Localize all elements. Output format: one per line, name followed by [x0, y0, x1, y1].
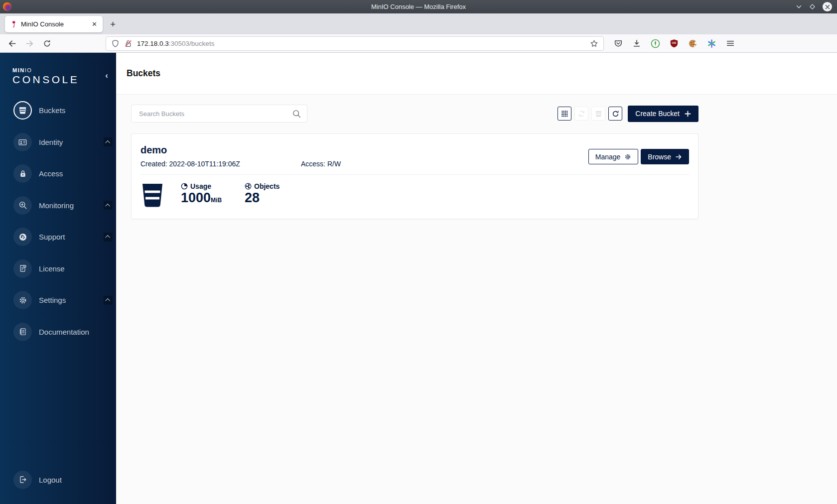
logout-icon — [13, 471, 32, 489]
browser-toolbar: 172.18.0.3:30503/buckets UO — [0, 34, 837, 53]
browse-label: Browse — [648, 153, 671, 161]
firefox-logo-icon — [3, 2, 11, 11]
logo-console: CONSOLE — [12, 74, 116, 86]
page-header: Buckets — [116, 53, 837, 95]
usage-value: 1000MiB — [181, 191, 231, 205]
sidebar-item-monitoring[interactable]: Monitoring — [0, 190, 116, 222]
sidebar-item-label: Support — [39, 233, 65, 241]
sidebar-item-label: Buckets — [39, 106, 65, 115]
forward-icon[interactable] — [24, 38, 34, 48]
sidebar-item-label: Settings — [39, 296, 66, 304]
sidebar-collapse-icon[interactable]: ‹ — [105, 71, 108, 81]
downloads-icon[interactable] — [632, 39, 641, 48]
url-bar[interactable]: 172.18.0.3:30503/buckets — [106, 36, 604, 51]
sidebar-item-documentation[interactable]: Documentation — [0, 316, 116, 348]
sidebar-item-access[interactable]: Access — [0, 158, 116, 190]
cookie-extension-icon[interactable] — [688, 39, 698, 48]
ublock-origin-icon[interactable]: UO — [670, 39, 679, 48]
sidebar: MINIO CONSOLE ‹ Buckets Identity — [0, 53, 116, 504]
plus-icon — [685, 111, 691, 117]
url-host: 172.18.0.3 — [137, 40, 169, 47]
sidebar-item-identity[interactable]: Identity — [0, 126, 116, 158]
svg-text:UO: UO — [672, 41, 677, 44]
window-close-button[interactable] — [823, 2, 832, 11]
window-title: MinIO Console — Mozilla Firefox — [371, 3, 466, 10]
gear-icon — [624, 153, 631, 160]
back-icon[interactable] — [7, 38, 17, 48]
sidebar-item-buckets[interactable]: Buckets — [0, 95, 116, 126]
sidebar-item-settings[interactable]: Settings — [0, 284, 116, 316]
bucket-access-label: Access: R/W — [301, 160, 341, 168]
bucket-icon-large — [140, 183, 164, 208]
sidebar-item-support[interactable]: Support — [0, 221, 116, 253]
grid-view-button[interactable] — [558, 107, 571, 121]
chevron-up-icon[interactable] — [104, 201, 113, 210]
sidebar-item-label: Logout — [39, 476, 62, 484]
sidebar-item-label: Identity — [39, 138, 63, 146]
logo-min: MIN — [12, 67, 25, 73]
new-tab-button[interactable]: + — [110, 19, 116, 29]
gear-icon — [13, 291, 32, 309]
window-maximize-button[interactable] — [809, 3, 816, 10]
sidebar-item-label: License — [39, 264, 65, 273]
monitoring-search-icon — [13, 196, 32, 215]
chevron-up-icon[interactable] — [104, 137, 113, 146]
tab-close-icon[interactable]: ✕ — [91, 20, 98, 28]
sidebar-item-label: Documentation — [39, 328, 89, 336]
bucket-created-label: Created: 2022-08-10T11:19:06Z — [140, 160, 301, 168]
arrow-right-icon — [675, 153, 682, 160]
usage-label: Usage — [190, 182, 211, 190]
insecure-lock-icon[interactable] — [124, 39, 133, 48]
objects-icon — [245, 183, 252, 190]
reload-icon[interactable] — [42, 38, 52, 48]
browser-tab-bar: MinIO Console ✕ + — [0, 13, 837, 34]
sidebar-item-label: Access — [39, 169, 63, 178]
bucket-name-link[interactable]: demo — [140, 144, 167, 156]
pocket-icon[interactable] — [614, 39, 623, 48]
chevron-up-icon[interactable] — [104, 296, 113, 305]
usage-pie-icon — [181, 183, 188, 190]
replicate-buckets-button-disabled — [574, 107, 588, 121]
search-icon — [292, 109, 301, 119]
main-content: Buckets — [116, 53, 837, 504]
manage-button[interactable]: Manage — [588, 149, 639, 164]
id-card-icon — [13, 133, 32, 151]
create-bucket-label: Create Bucket — [635, 110, 680, 118]
minio-favicon-flamingo-icon — [9, 20, 17, 28]
window-minimize-button[interactable] — [796, 3, 802, 10]
extension-green-icon[interactable] — [651, 39, 660, 48]
delete-buckets-button-disabled — [591, 107, 605, 121]
search-input[interactable] — [132, 105, 307, 122]
sidebar-item-license[interactable]: License — [0, 253, 116, 285]
browse-button[interactable]: Browse — [641, 149, 689, 164]
refresh-button[interactable] — [608, 107, 622, 121]
sidebar-item-label: Monitoring — [39, 201, 74, 210]
documentation-icon — [13, 323, 32, 341]
tab-title: MinIO Console — [21, 20, 91, 28]
bucket-card-demo[interactable]: demo Created: 2022-08-10T11:19:06Z Acces… — [131, 133, 698, 219]
license-icon — [13, 259, 32, 278]
support-icon — [13, 228, 32, 246]
lock-icon — [13, 164, 32, 183]
chevron-up-icon[interactable] — [104, 233, 113, 242]
asterisk-extension-icon[interactable] — [707, 39, 716, 48]
objects-label: Objects — [254, 182, 279, 190]
browser-tab-minio-console[interactable]: MinIO Console ✕ — [5, 16, 103, 32]
shield-icon[interactable] — [111, 39, 120, 48]
objects-value: 28 — [245, 191, 279, 205]
manage-label: Manage — [595, 153, 621, 161]
bookmark-star-icon[interactable] — [590, 39, 598, 48]
logo-io: IO — [25, 67, 32, 73]
search-box — [131, 105, 307, 123]
usage-unit: MiB — [211, 197, 222, 204]
minio-console-logo: MINIO CONSOLE ‹ — [0, 53, 116, 86]
bucket-icon — [13, 101, 32, 120]
page-title: Buckets — [127, 68, 160, 79]
url-text: 172.18.0.3:30503/buckets — [137, 40, 214, 47]
menu-hamburger-icon[interactable] — [726, 39, 735, 48]
create-bucket-button[interactable]: Create Bucket — [628, 106, 698, 122]
sidebar-item-logout[interactable]: Logout — [0, 464, 116, 496]
url-path: :30503/buckets — [169, 40, 215, 47]
window-titlebar: MinIO Console — Mozilla Firefox — [0, 0, 837, 13]
